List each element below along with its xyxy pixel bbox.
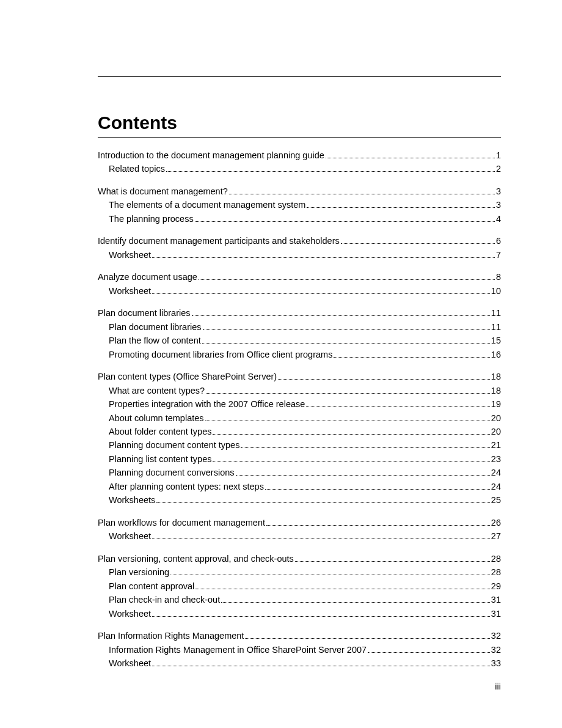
toc-section: Analyze document usage8Worksheet10 bbox=[98, 270, 501, 298]
toc-leader-dots bbox=[195, 589, 490, 589]
toc-entry-title: Worksheet bbox=[109, 656, 151, 670]
toc-entry-title: Analyze document usage bbox=[98, 270, 197, 284]
toc-entry-page: 23 bbox=[491, 452, 501, 466]
toc-entry: Identify document management participant… bbox=[98, 234, 501, 248]
toc-entry: The planning process4 bbox=[98, 212, 501, 226]
toc-entry-page: 24 bbox=[491, 466, 501, 479]
toc-entry-title: Identify document management participant… bbox=[98, 234, 340, 248]
toc-entry: Planning list content types23 bbox=[98, 452, 501, 466]
toc-entry: Plan versioning, content approval, and c… bbox=[98, 552, 501, 565]
table-of-contents: Introduction to the document management … bbox=[98, 149, 501, 670]
toc-entry-title: After planning content types: next steps bbox=[109, 480, 264, 493]
toc-entry: About column templates20 bbox=[98, 411, 501, 425]
toc-entry: Worksheets25 bbox=[98, 493, 501, 507]
toc-leader-dots bbox=[195, 221, 495, 222]
toc-section: Plan content types (Office SharePoint Se… bbox=[98, 370, 501, 507]
toc-leader-dots bbox=[166, 171, 495, 172]
toc-entry: Planning document conversions24 bbox=[98, 466, 501, 479]
toc-leader-dots bbox=[221, 602, 490, 603]
toc-entry: What is document management?3 bbox=[98, 185, 501, 198]
toc-entry-page: 3 bbox=[496, 198, 501, 211]
toc-entry-title: About folder content types bbox=[109, 425, 211, 438]
toc-leader-dots bbox=[213, 434, 489, 435]
toc-entry-title: Promoting document libraries from Office… bbox=[109, 348, 332, 361]
toc-entry-page: 28 bbox=[491, 552, 501, 565]
toc-entry: Plan document libraries11 bbox=[98, 306, 501, 320]
toc-entry-page: 6 bbox=[496, 234, 501, 248]
toc-entry: Analyze document usage8 bbox=[98, 270, 501, 284]
toc-entry: Plan content approval29 bbox=[98, 579, 501, 593]
toc-leader-dots bbox=[199, 279, 495, 280]
toc-entry-title: Plan versioning bbox=[109, 565, 169, 579]
toc-entry-page: 10 bbox=[491, 284, 501, 298]
toc-leader-dots bbox=[203, 329, 490, 330]
toc-entry: Plan the flow of content15 bbox=[98, 334, 501, 347]
toc-entry-page: 11 bbox=[491, 320, 501, 334]
toc-entry: Related topics2 bbox=[98, 162, 501, 175]
toc-leader-dots bbox=[152, 616, 490, 617]
toc-leader-dots bbox=[156, 502, 490, 503]
toc-entry: Promoting document libraries from Office… bbox=[98, 348, 501, 361]
heading-horizontal-rule bbox=[98, 137, 501, 138]
contents-heading: Contents bbox=[98, 112, 501, 133]
toc-entry: Worksheet7 bbox=[98, 248, 501, 262]
toc-leader-dots bbox=[192, 315, 490, 316]
toc-entry: Worksheet27 bbox=[98, 529, 501, 543]
toc-leader-dots bbox=[152, 293, 490, 294]
toc-entry-title: Worksheet bbox=[109, 284, 151, 298]
toc-entry-title: Plan Information Rights Management bbox=[98, 629, 244, 642]
toc-leader-dots bbox=[152, 666, 490, 666]
toc-entry-title: Plan document libraries bbox=[109, 320, 202, 334]
toc-leader-dots bbox=[205, 421, 490, 421]
toc-entry-title: Plan check-in and check-out bbox=[109, 593, 220, 606]
toc-entry: Planning document content types21 bbox=[98, 438, 501, 452]
toc-entry-page: 29 bbox=[491, 579, 501, 593]
page-number: iii bbox=[495, 682, 501, 691]
toc-entry-page: 18 bbox=[491, 370, 501, 383]
toc-entry-page: 28 bbox=[491, 565, 501, 579]
toc-leader-dots bbox=[245, 638, 489, 639]
toc-leader-dots bbox=[206, 393, 490, 394]
toc-entry-title: Plan versioning, content approval, and c… bbox=[98, 552, 294, 565]
toc-leader-dots bbox=[266, 525, 490, 526]
toc-leader-dots bbox=[152, 257, 495, 258]
toc-entry-page: 3 bbox=[496, 185, 501, 198]
toc-leader-dots bbox=[334, 357, 489, 358]
toc-leader-dots bbox=[170, 575, 490, 575]
toc-section: Plan Information Rights Management32Info… bbox=[98, 629, 501, 670]
toc-entry-title: Worksheet bbox=[109, 607, 151, 620]
toc-entry: Information Rights Management in Office … bbox=[98, 643, 501, 656]
toc-entry-title: What is document management? bbox=[98, 185, 228, 198]
toc-section: Plan versioning, content approval, and c… bbox=[98, 552, 501, 620]
toc-entry: The elements of a document management sy… bbox=[98, 198, 501, 211]
toc-leader-dots bbox=[341, 243, 495, 244]
toc-entry-title: Worksheet bbox=[109, 248, 151, 262]
toc-entry: Plan check-in and check-out31 bbox=[98, 593, 501, 606]
toc-entry: Worksheet31 bbox=[98, 607, 501, 620]
toc-leader-dots bbox=[278, 379, 490, 380]
toc-entry-title: Planning list content types bbox=[109, 452, 211, 466]
toc-entry-title: Worksheet bbox=[109, 529, 151, 543]
toc-entry-page: 11 bbox=[491, 306, 501, 320]
toc-leader-dots bbox=[202, 343, 490, 344]
toc-entry: About folder content types20 bbox=[98, 425, 501, 438]
toc-section: Plan workflows for document management26… bbox=[98, 516, 501, 543]
toc-section: What is document management?3The element… bbox=[98, 185, 501, 226]
toc-entry-title: Plan content types (Office SharePoint Se… bbox=[98, 370, 277, 383]
toc-entry-title: The planning process bbox=[109, 212, 194, 226]
toc-entry: What are content types?18 bbox=[98, 384, 501, 397]
toc-entry: Introduction to the document management … bbox=[98, 149, 501, 162]
toc-entry-page: 27 bbox=[491, 529, 501, 543]
toc-entry-title: Properties integration with the 2007 Off… bbox=[109, 397, 305, 411]
toc-entry-page: 32 bbox=[491, 629, 501, 642]
toc-entry-page: 33 bbox=[491, 656, 501, 670]
toc-entry-page: 4 bbox=[496, 212, 501, 226]
toc-entry-page: 21 bbox=[491, 438, 501, 452]
toc-leader-dots bbox=[152, 539, 490, 539]
toc-leader-dots bbox=[229, 194, 495, 194]
toc-leader-dots bbox=[326, 158, 495, 158]
toc-entry-title: Plan content approval bbox=[109, 579, 194, 593]
toc-entry-title: Related topics bbox=[109, 162, 165, 175]
toc-entry-title: Planning document conversions bbox=[109, 466, 235, 479]
toc-entry-page: 8 bbox=[496, 270, 501, 284]
